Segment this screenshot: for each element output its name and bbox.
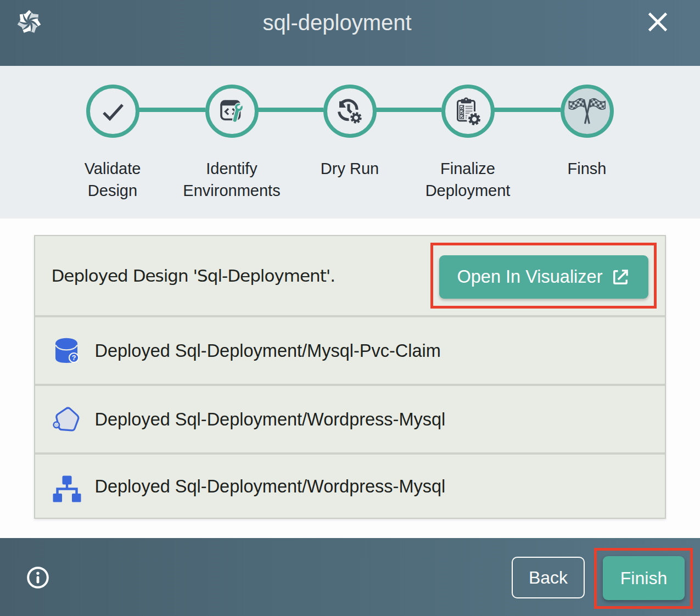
deployment-row-text: Deployed Sql-Deployment/Mysql-Pvc-Claim bbox=[95, 340, 441, 361]
database-icon: ? bbox=[54, 337, 81, 365]
dialog-content: Deployed Design 'Sql-Deployment'. Open I… bbox=[0, 219, 700, 538]
step-label-dry-run: Dry Run bbox=[289, 158, 410, 180]
summary-text: Deployed Design 'Sql-Deployment'. bbox=[52, 266, 335, 285]
hierarchy-icon bbox=[53, 475, 81, 502]
svg-text:?: ? bbox=[72, 354, 76, 362]
stepper-connector bbox=[376, 108, 441, 112]
dialog-footer: Back Finish bbox=[0, 538, 700, 616]
dialog-title: sql-deployment bbox=[262, 10, 411, 35]
open-in-visualizer-label: Open In Visualizer bbox=[457, 267, 603, 287]
step-label-finsh: Finsh bbox=[527, 158, 647, 180]
deployment-row: ? Deployed Sql-Deployment/Mysql-Pvc-Clai… bbox=[35, 317, 665, 384]
dialog-header: sql-deployment bbox=[0, 0, 700, 66]
check-icon bbox=[99, 98, 126, 125]
open-in-new-icon bbox=[611, 267, 630, 287]
deployment-row: Deployed Sql-Deployment/Wordpress-Mysql bbox=[35, 455, 665, 518]
code-window-wrench-icon bbox=[216, 96, 247, 127]
close-icon[interactable] bbox=[647, 11, 669, 33]
open-in-visualizer-button[interactable]: Open In Visualizer bbox=[439, 255, 648, 299]
history-gear-icon bbox=[334, 96, 365, 127]
info-icon[interactable] bbox=[27, 567, 49, 589]
deployment-row-text: Deployed Sql-Deployment/Wordpress-Mysql bbox=[95, 409, 446, 429]
step-circle-finalize-deployment bbox=[441, 85, 495, 138]
step-circle-validate-design bbox=[86, 85, 139, 138]
meshery-logo-icon bbox=[15, 8, 43, 36]
summary-row: Deployed Design 'Sql-Deployment'. Open I… bbox=[35, 236, 665, 315]
step-label-finalize-deployment: Finalize Deployment bbox=[413, 158, 523, 201]
stepper-connector bbox=[494, 108, 561, 112]
step-label-identify-environments: Identify Environments bbox=[177, 158, 287, 201]
stepper-connector bbox=[258, 108, 323, 112]
step-circle-finsh bbox=[561, 85, 614, 138]
checkered-flags-icon bbox=[568, 95, 606, 128]
deployment-stepper: Validate Design Identify Environments Dr… bbox=[0, 66, 700, 219]
back-button[interactable]: Back bbox=[512, 557, 585, 598]
deployment-row-text: Deployed Sql-Deployment/Wordpress-Mysql bbox=[95, 476, 446, 496]
pentagon-icon bbox=[53, 406, 80, 432]
stepper-connector bbox=[139, 108, 205, 112]
step-circle-dry-run bbox=[323, 85, 377, 138]
finish-button[interactable]: Finish bbox=[603, 556, 685, 600]
step-circle-identify-environments bbox=[205, 85, 259, 138]
step-label-validate-design: Validate Design bbox=[66, 158, 159, 201]
deployment-row: Deployed Sql-Deployment/Wordpress-Mysql bbox=[35, 386, 665, 452]
clipboard-gear-icon bbox=[452, 96, 483, 127]
deployment-results-panel: Deployed Design 'Sql-Deployment'. Open I… bbox=[34, 235, 666, 519]
